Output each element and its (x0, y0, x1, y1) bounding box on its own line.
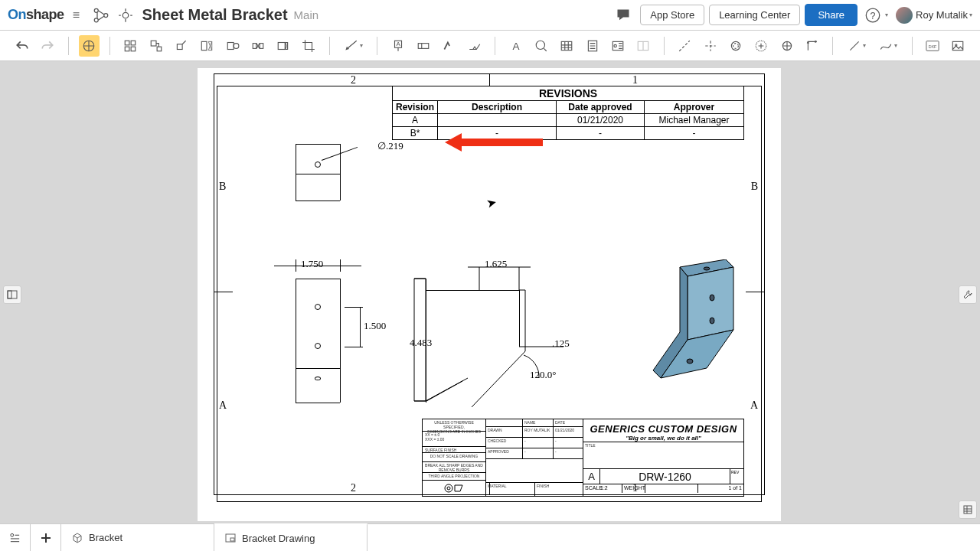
svg-point-3 (122, 12, 129, 18)
zone-col-label: 2 (351, 74, 356, 86)
tab-drawing[interactable]: Bracket Drawing (214, 523, 368, 551)
broken-out-view-icon[interactable] (273, 35, 293, 57)
detail-view-icon[interactable] (222, 35, 243, 57)
zone-row-label: B (751, 181, 758, 193)
zone-col-label: 2 (351, 482, 356, 494)
revision-header: Approver (645, 101, 744, 114)
avatar[interactable] (896, 7, 913, 24)
dimension-width[interactable]: 1.750 (301, 258, 323, 270)
projected-view-icon[interactable] (145, 35, 166, 57)
svg-rect-13 (177, 44, 182, 49)
workspace-name[interactable]: Main (294, 8, 319, 21)
redo-icon[interactable] (37, 35, 57, 57)
surface-finish-icon[interactable] (439, 35, 459, 57)
comments-icon[interactable] (616, 8, 631, 23)
title-block[interactable]: UNLESS OTHERWISE SPECIFIED,DIMENSIONS AR… (422, 419, 744, 497)
svg-rect-45 (8, 291, 11, 298)
feature-list-toggle-icon[interactable] (3, 285, 21, 304)
document-title[interactable]: Sheet Metal Bracket (142, 6, 288, 24)
tab-label: Bracket (89, 532, 122, 543)
table-icon[interactable] (557, 35, 577, 57)
axis-icon[interactable] (802, 35, 822, 57)
svg-text:A: A (512, 40, 519, 51)
add-element-icon[interactable] (31, 524, 61, 551)
zone-row-label: A (219, 399, 227, 412)
revision-table[interactable]: REVISIONS Revision Description Date appr… (392, 86, 744, 140)
svg-point-28 (614, 44, 616, 47)
svg-point-1 (94, 18, 98, 21)
dimension-hole[interactable]: ∅.219 (377, 140, 403, 152)
svg-rect-49 (230, 538, 234, 541)
drawing-canvas[interactable]: 2 1 2 1 B B A A REVISIONS Revision Descr… (0, 61, 980, 523)
svg-point-24 (536, 41, 544, 49)
svg-rect-46 (964, 506, 972, 514)
zone-row-label: B (219, 181, 226, 193)
centermark-icon[interactable] (700, 35, 720, 57)
share-button[interactable]: Share (805, 4, 858, 26)
zone-col-label: 1 (632, 74, 638, 86)
export-dxf-icon[interactable]: DXF (923, 35, 943, 57)
svg-point-2 (103, 13, 107, 17)
drawing-icon (224, 531, 237, 545)
document-properties-icon[interactable] (118, 8, 133, 23)
four-view-icon[interactable] (120, 35, 141, 57)
virtual-sharp-icon[interactable] (751, 35, 772, 57)
tab-label: Bracket Drawing (242, 533, 315, 544)
revision-header: Description (438, 101, 557, 114)
datum-icon[interactable]: A (387, 35, 408, 57)
weld-icon[interactable] (464, 35, 485, 57)
revision-row: A 01/21/2020 Michael Manager (393, 114, 744, 127)
dimension-icon[interactable] (340, 35, 367, 57)
callout-icon[interactable] (531, 35, 551, 57)
dimension-thk[interactable]: .125 (552, 337, 570, 350)
auxiliary-view-icon[interactable] (171, 35, 191, 57)
onshape-logo[interactable]: Onshape (8, 7, 64, 23)
app-store-button[interactable]: App Store (640, 5, 704, 25)
sketch-spline-icon[interactable] (875, 35, 902, 57)
view-isometric[interactable] (645, 259, 745, 405)
bom-panel-toggle-icon[interactable] (959, 500, 977, 519)
bom-icon[interactable] (582, 35, 603, 57)
user-name[interactable]: Roy Mutalik (916, 9, 968, 21)
svg-rect-9 (126, 47, 130, 51)
centerline-icon[interactable] (675, 35, 695, 57)
insert-image-icon[interactable] (948, 35, 969, 57)
sketch-line-icon[interactable] (843, 35, 870, 57)
svg-rect-18 (260, 43, 263, 48)
svg-rect-25 (562, 41, 573, 50)
svg-rect-36 (953, 41, 964, 50)
version-graph-icon[interactable] (93, 8, 109, 23)
tools-panel-toggle-icon[interactable] (959, 285, 977, 304)
section-view-icon[interactable] (197, 35, 217, 57)
undo-icon[interactable] (11, 35, 32, 57)
learning-center-button[interactable]: Learning Center (709, 5, 800, 25)
sheet-size: A (583, 469, 600, 484)
inspection-icon[interactable] (633, 35, 654, 57)
revision-title: REVISIONS (393, 86, 744, 101)
revision-header: Date approved (557, 101, 645, 114)
svg-rect-19 (278, 42, 285, 49)
help-icon[interactable]: ? (865, 8, 880, 23)
dimension-angle[interactable]: 120.0° (530, 369, 556, 381)
svg-text:DXF: DXF (929, 44, 937, 48)
insert-view-icon[interactable] (79, 35, 100, 57)
svg-rect-17 (253, 43, 256, 48)
dimension-h-side[interactable]: 4.483 (410, 337, 432, 349)
hole-table-icon[interactable] (607, 35, 628, 57)
dimension-w-side[interactable]: 1.625 (485, 258, 507, 270)
dimension-height[interactable]: 1.500 (364, 320, 386, 332)
svg-text:?: ? (871, 11, 876, 21)
svg-rect-44 (8, 291, 17, 298)
point-icon[interactable] (776, 35, 797, 57)
tab-manager-icon[interactable] (0, 524, 31, 551)
element-tabs: Bracket Bracket Drawing (0, 523, 980, 551)
menu-icon[interactable]: ≡ (69, 8, 84, 23)
gtol-icon[interactable] (413, 35, 433, 57)
svg-point-39 (710, 295, 714, 301)
note-text-icon[interactable]: A (505, 35, 526, 57)
drawing-number: DRW-1260 (600, 469, 730, 484)
crop-view-icon[interactable] (299, 35, 319, 57)
break-view-icon[interactable] (247, 35, 268, 57)
tab-part-studio[interactable]: Bracket (61, 524, 214, 551)
thread-icon[interactable] (725, 35, 746, 57)
